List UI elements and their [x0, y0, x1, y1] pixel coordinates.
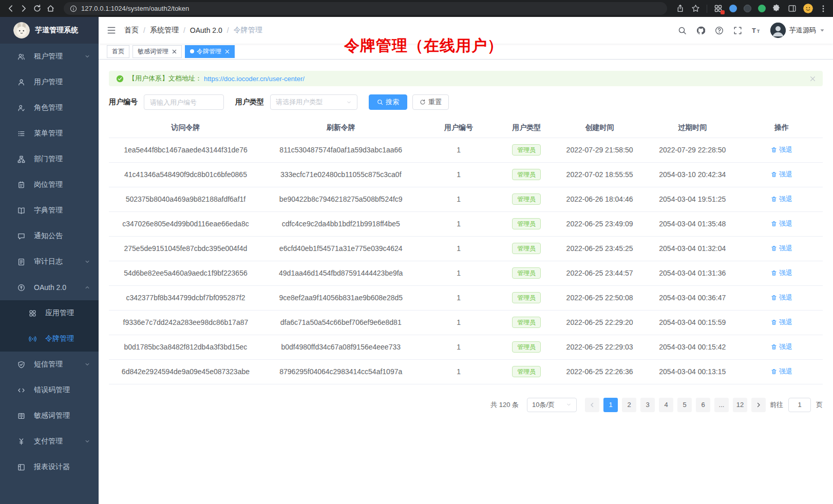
refresh-token-cell: 49d1aa46d1454fbd87591444423be9fa	[262, 261, 420, 285]
tabs-bar: 首页敏感词管理令牌管理	[99, 44, 833, 60]
share-icon[interactable]	[676, 4, 685, 13]
table-row: 502375b8040a469a9b82188afdf6af1fbe90422b…	[109, 187, 823, 211]
sidebar-item[interactable]: 错误码管理	[0, 377, 99, 403]
help-docs-icon[interactable]	[715, 26, 724, 35]
page-button[interactable]: 6	[696, 398, 710, 412]
app-logo[interactable]: 芋道管理系统	[0, 17, 99, 44]
site-info-icon[interactable]	[70, 5, 77, 12]
extension-icon[interactable]	[729, 5, 737, 12]
breadcrumb-separator: /	[183, 26, 185, 34]
sidebar-item[interactable]: 租户管理	[0, 44, 99, 69]
sidebar-item[interactable]: 通知公告	[0, 223, 99, 249]
page-button[interactable]: 2	[622, 398, 636, 412]
sidebar-item[interactable]: 部门管理	[0, 146, 99, 172]
sidebar-subitem[interactable]: 应用管理	[0, 300, 99, 326]
sidebar-item[interactable]: 岗位管理	[0, 172, 99, 198]
browser-profile-icon[interactable]	[803, 4, 813, 13]
browser-menu-icon[interactable]	[820, 5, 827, 13]
bookmark-icon[interactable]	[691, 4, 700, 13]
sidebar-toggle-button[interactable]	[107, 26, 116, 35]
sidebar-item[interactable]: 报表设计器	[0, 454, 99, 480]
user-id-input[interactable]	[144, 94, 224, 110]
sidebar-item[interactable]: 审计日志	[0, 249, 99, 275]
page-button[interactable]: 1	[603, 398, 618, 412]
sidebar-item[interactable]: 用户管理	[0, 69, 99, 95]
extensions-icon[interactable]	[714, 4, 723, 13]
page-button[interactable]: 4	[659, 398, 673, 412]
browser-forward-button[interactable]	[20, 4, 28, 13]
breadcrumb-item[interactable]: 首页	[124, 26, 139, 35]
sidebar-item[interactable]: 菜单管理	[0, 121, 99, 146]
browser-reload-button[interactable]	[33, 4, 42, 13]
sidebar-item[interactable]: 短信管理	[0, 352, 99, 377]
tab-item[interactable]: 令牌管理	[185, 45, 235, 58]
tab-label: 令牌管理	[197, 47, 221, 56]
refresh-token-cell: 811c530487574fa0af1a59d3abc1aa66	[262, 138, 420, 162]
refresh-icon	[420, 99, 426, 105]
user-type-badge: 管理员	[512, 292, 541, 303]
user-menu[interactable]: 芋道源码	[770, 23, 825, 38]
action-cell: 强退	[741, 211, 823, 236]
breadcrumb-item[interactable]: OAuth 2.0	[190, 26, 222, 34]
tab-close-icon[interactable]	[172, 49, 177, 54]
sidebar-item[interactable]: 角色管理	[0, 95, 99, 121]
browser-back-button[interactable]	[6, 4, 15, 13]
user-type-cell: 管理员	[498, 261, 555, 285]
force-logout-button[interactable]: 强退	[771, 342, 792, 352]
tab-close-icon[interactable]	[225, 49, 230, 54]
svg-text:T: T	[752, 27, 756, 34]
user-type-badge: 管理员	[512, 317, 541, 328]
extension-icon[interactable]	[744, 5, 751, 12]
token-table-body: 1ea5e44f8bc1467aaede43144f31de76811c5304…	[109, 138, 823, 384]
goto-page-input[interactable]	[788, 398, 811, 412]
access-token-cell: 502375b8040a469a9b82188afdf6af1f	[109, 187, 262, 211]
header-search-icon[interactable]	[678, 26, 687, 35]
puzzle-extension-icon[interactable]	[772, 4, 781, 13]
address-bar[interactable]: 127.0.0.1:1024/system/oauth2/token	[64, 2, 667, 15]
more-pages-button[interactable]: ...	[714, 398, 729, 412]
expire-time-cell: 2054-03-10 20:42:34	[644, 162, 741, 187]
force-logout-button[interactable]: 强退	[771, 219, 792, 228]
force-logout-button[interactable]: 强退	[771, 367, 792, 376]
sidebar-item[interactable]: OAuth 2.0	[0, 275, 99, 300]
force-logout-button[interactable]: 强退	[771, 318, 792, 327]
app-icon	[29, 309, 36, 317]
action-cell: 强退	[741, 187, 823, 211]
split-view-icon[interactable]	[788, 4, 797, 13]
alert-close-icon[interactable]	[810, 76, 816, 82]
font-size-icon[interactable]: TT	[752, 26, 761, 35]
browser-home-button[interactable]	[46, 4, 55, 13]
tab-item[interactable]: 首页	[107, 45, 129, 58]
search-button[interactable]: 搜索	[369, 94, 407, 110]
force-logout-button[interactable]: 强退	[771, 170, 792, 179]
force-logout-button[interactable]: 强退	[771, 145, 792, 154]
page-button[interactable]: 3	[640, 398, 655, 412]
tab-item[interactable]: 敏感词管理	[132, 45, 182, 58]
fullscreen-icon[interactable]	[733, 26, 742, 35]
extension-icon[interactable]	[758, 5, 766, 12]
user-type-select[interactable]: 请选择用户类型	[270, 94, 357, 110]
page-button[interactable]: 12	[733, 398, 747, 412]
sidebar-item[interactable]: 字典管理	[0, 198, 99, 223]
sidebar-item-label: 令牌管理	[45, 334, 74, 343]
action-cell: 强退	[741, 138, 823, 162]
active-tab-dot	[190, 49, 194, 53]
next-page-button[interactable]	[751, 398, 766, 412]
alert-doc-link[interactable]: https://doc.iocoder.cn/user-center/	[204, 75, 305, 83]
sidebar-subitem[interactable]: 令牌管理	[0, 326, 99, 352]
refresh-token-cell: cdfc4ce9c2da4bb1bdf21b9918ff4be5	[262, 211, 420, 236]
github-icon[interactable]	[696, 26, 705, 35]
sidebar-item[interactable]: 敏感词管理	[0, 403, 99, 429]
sidebar-item[interactable]: 支付管理	[0, 429, 99, 454]
force-logout-button[interactable]: 强退	[771, 195, 792, 204]
token-table: 访问令牌刷新令牌用户编号用户类型创建时间过期时间操作 1ea5e44f8bc14…	[109, 118, 823, 384]
page-size-select[interactable]: 10条/页	[527, 398, 577, 412]
breadcrumb-item[interactable]: 系统管理	[150, 26, 179, 35]
reset-button[interactable]: 重置	[412, 94, 449, 110]
force-logout-button[interactable]: 强退	[771, 244, 792, 253]
user-id-cell: 1	[420, 261, 498, 285]
prev-page-button[interactable]	[585, 398, 599, 412]
force-logout-button[interactable]: 强退	[771, 293, 792, 302]
page-button[interactable]: 5	[677, 398, 692, 412]
force-logout-button[interactable]: 强退	[771, 268, 792, 278]
